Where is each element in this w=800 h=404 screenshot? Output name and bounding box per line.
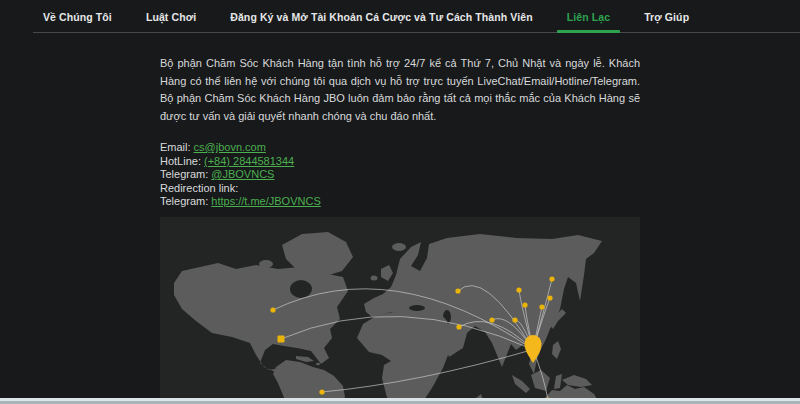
map-location-dot xyxy=(489,317,494,322)
email-label: Email: xyxy=(160,141,191,153)
nav-tab-registration[interactable]: Đăng Ký và Mở Tài Khoản Cá Cược và Tư Cá… xyxy=(220,2,542,32)
nav-tab-rules[interactable]: Luật Chơi xyxy=(136,2,206,32)
location-pin-icon xyxy=(525,335,542,363)
nav-tab-about[interactable]: Về Chúng Tôi xyxy=(33,2,122,32)
map-location-dot xyxy=(539,304,544,309)
world-map xyxy=(160,217,640,404)
map-location-dot xyxy=(456,324,461,329)
top-nav: Về Chúng Tôi Luật Chơi Đăng Ký và Mở Tài… xyxy=(33,0,800,33)
telegram-label: Telegram: xyxy=(160,168,208,180)
map-location-dot xyxy=(455,288,460,293)
contact-email-row: Email:cs@jbovn.com xyxy=(160,141,640,155)
contact-hotline-row: HotLine:(+84) 2844581344 xyxy=(160,155,640,169)
map-location-dot xyxy=(278,335,285,342)
map-location-dot xyxy=(522,302,527,307)
contact-content: Bộ phận Chăm Sóc Khách Hàng tận tình hỗ … xyxy=(160,55,640,404)
map-location-dot xyxy=(549,276,554,281)
hotline-link[interactable]: (+84) 2844581344 xyxy=(204,155,294,167)
map-location-dot xyxy=(270,307,275,312)
map-location-dot xyxy=(516,287,521,292)
support-intro-paragraph: Bộ phận Chăm Sóc Khách Hàng tận tình hỗ … xyxy=(160,55,640,125)
contact-page: Về Chúng Tôi Luật Chơi Đăng Ký và Mở Tài… xyxy=(0,0,800,404)
map-location-dot xyxy=(319,389,324,394)
continents xyxy=(174,232,602,404)
map-location-dot xyxy=(547,295,552,300)
email-link[interactable]: cs@jbovn.com xyxy=(194,141,266,153)
redirection-link-row: Redirection link: xyxy=(160,182,640,196)
nav-tab-contact[interactable]: Liên Lạc xyxy=(557,2,620,32)
telegram-redirect-row: Telegram:https://t.me/JBOVNCS xyxy=(160,195,640,209)
telegram-redirect-label: Telegram: xyxy=(160,195,208,207)
nav-tab-help[interactable]: Trợ Giúp xyxy=(634,2,699,32)
telegram-link[interactable]: @JBOVNCS xyxy=(211,168,274,180)
world-map-svg xyxy=(160,217,640,404)
contact-telegram-row: Telegram:@JBOVNCS xyxy=(160,168,640,182)
redirection-label: Redirection link: xyxy=(160,182,238,194)
telegram-redirect-link[interactable]: https://t.me/JBOVNCS xyxy=(211,195,320,207)
map-location-dot xyxy=(512,317,517,322)
hotline-label: HotLine: xyxy=(160,155,201,167)
contact-list: Email:cs@jbovn.com HotLine:(+84) 2844581… xyxy=(160,141,640,209)
